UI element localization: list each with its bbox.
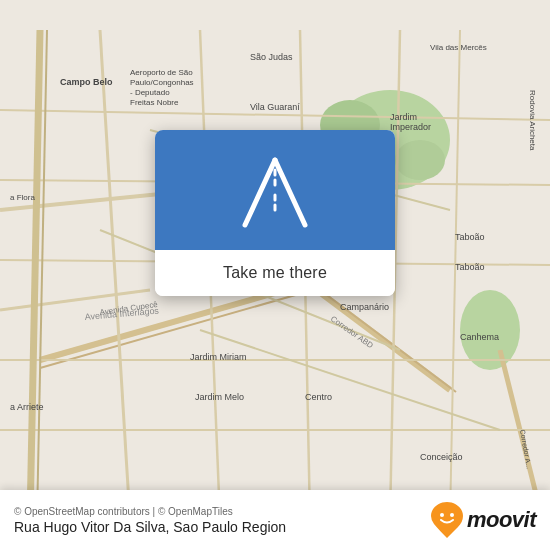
svg-line-52 [275,160,305,225]
svg-text:Freitas Nobre: Freitas Nobre [130,98,179,107]
location-card: Take me there [155,130,395,296]
svg-text:Aeroporto de São: Aeroporto de São [130,68,193,77]
svg-text:- Deputado: - Deputado [130,88,170,97]
moovit-logo: moovit [431,502,536,538]
svg-text:Canhema: Canhema [460,332,499,342]
svg-point-56 [440,513,444,517]
svg-text:São Judas: São Judas [250,52,293,62]
svg-point-3 [460,290,520,370]
svg-point-2 [395,140,445,180]
svg-text:Centro: Centro [305,392,332,402]
moovit-pin-icon [431,502,463,538]
svg-text:Conceição: Conceição [420,452,463,462]
svg-text:Vila Guaraní: Vila Guaraní [250,102,300,112]
map-container: Avenida Interlagos Avenida Cupecê Corred… [0,0,550,550]
svg-line-51 [245,160,275,225]
svg-text:Taboão: Taboão [455,262,485,272]
bottom-bar: © OpenStreetMap contributors | © OpenMap… [0,490,550,550]
svg-text:Rodovia Aricheta: Rodovia Aricheta [528,90,537,151]
svg-text:Jardim Miriam: Jardim Miriam [190,352,247,362]
take-me-there-button[interactable]: Take me there [155,250,395,296]
svg-text:Campanário: Campanário [340,302,389,312]
svg-text:Jardim Melo: Jardim Melo [195,392,244,402]
svg-text:Jardim: Jardim [390,112,417,122]
moovit-brand-text: moovit [467,507,536,533]
card-thumbnail [155,130,395,250]
bottom-info: © OpenStreetMap contributors | © OpenMap… [14,506,431,535]
svg-text:Campo Belo: Campo Belo [60,77,113,87]
svg-text:Paulo/Congonhas: Paulo/Congonhas [130,78,194,87]
svg-text:a Arriete: a Arriete [10,402,44,412]
road-icon [235,150,315,230]
svg-line-25 [200,330,500,430]
svg-text:a Flora: a Flora [10,193,35,202]
svg-text:Imperador: Imperador [390,122,431,132]
svg-text:Taboão: Taboão [455,232,485,242]
svg-point-57 [450,513,454,517]
svg-line-11 [100,30,130,520]
svg-text:Vila das Mercês: Vila das Mercês [430,43,487,52]
svg-line-15 [450,30,460,520]
attribution: © OpenStreetMap contributors | © OpenMap… [14,506,431,517]
svg-text:Corredor A...: Corredor A... [519,429,533,469]
location-label: Rua Hugo Vitor Da Silva, Sao Paulo Regio… [14,519,431,535]
